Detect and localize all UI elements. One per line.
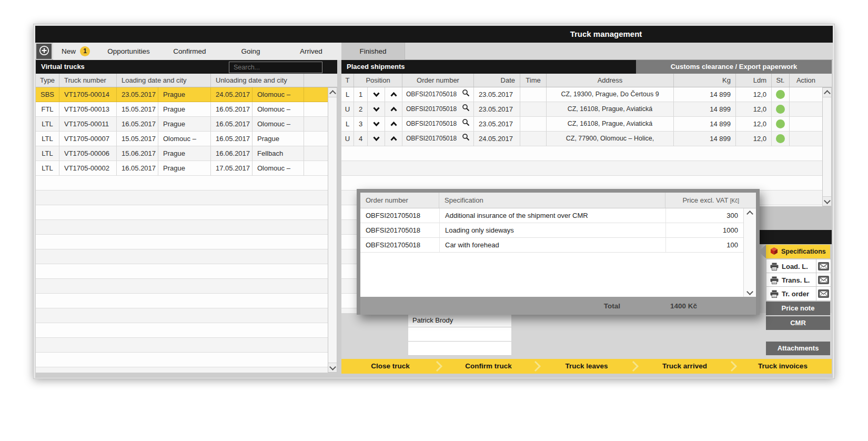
popup-col-price: Price excl. VAT [Kč] [665,193,743,208]
truck-row[interactable]: SBS VT1705-00014 23.05.2017 Prague 24.05… [36,87,328,102]
magnifier-icon[interactable] [462,87,470,102]
truck-unload-date: 24.05.2017 [211,87,253,102]
tab-opportunities[interactable]: Opportunities [98,43,159,60]
magnifier-icon[interactable] [462,117,470,131]
specification-row[interactable]: OBFSI201705018 Loading only sideways 100… [360,223,743,238]
tab-confirmed[interactable]: Confirmed [159,43,221,60]
scroll-up-button[interactable] [328,88,337,97]
loading-list-button[interactable]: Load. L. [766,259,831,274]
driver-input[interactable] [408,313,511,327]
truck-row-spacer [304,117,328,132]
truck-number: VT1705-00014 [59,87,117,102]
truck-row[interactable]: LTL VT1705-00002 16.05.2017 Prague 17.05… [36,161,328,176]
move-down-button[interactable] [368,102,385,117]
scroll-up-button[interactable] [744,208,756,217]
tab-label: New [62,47,76,55]
chevron-up-icon [746,211,753,217]
col-spacer [304,74,337,87]
move-up-button[interactable] [385,117,402,132]
tab-arrived[interactable]: Arrived [281,43,342,60]
truck-number: VT1705-00013 [59,102,117,117]
send-email-button[interactable] [816,273,831,287]
shipments-scrollbar[interactable] [822,87,832,206]
truck-load-city: Prague [158,117,211,132]
placed-shipments-title: Placed shipments [341,63,405,71]
scroll-up-button[interactable] [823,88,831,97]
truck-leaves-button[interactable]: Truck leaves [538,359,635,374]
truck-unload-date: 16.06.2017 [211,146,253,161]
specifications-popup: Order number Specification Price excl. V… [357,189,760,315]
total-value: 1400 Kč [670,302,697,310]
send-email-button[interactable] [816,287,831,300]
col-type: Type [36,74,59,87]
move-down-button[interactable] [368,87,385,102]
truck-unload-city: Olomouc – [253,102,304,117]
popup-col-price-unit: [Kč] [730,198,739,204]
attachments-button[interactable]: Attachments [766,342,830,355]
move-down-button[interactable] [368,117,385,132]
spec-text: Loading only sideways [439,223,665,238]
scroll-down-button[interactable] [744,288,756,297]
shipment-row[interactable]: L 3 OBFSI201705018 23.05.2017 CZ, 16108,… [341,117,822,132]
customs-clearance-tab[interactable]: Customs clearance / Export paperwork [636,60,832,74]
transport-list-button[interactable]: Trans. L. [766,273,831,287]
shipment-row[interactable]: L 1 OBFSI201705018 23.05.2017 CZ, 19300,… [341,87,822,102]
tab-going[interactable]: Going [220,43,281,60]
cmr-button[interactable]: CMR [766,316,830,330]
specification-row[interactable]: OBFSI201705018 Additional insurance of t… [360,208,743,223]
magnifier-icon[interactable] [462,132,470,146]
shipment-time [520,102,547,117]
move-up-button[interactable] [385,132,402,146]
add-tab-button[interactable] [36,44,52,59]
shipment-kg: 14 899 [674,132,736,146]
price-note-button[interactable]: Price note [766,302,830,315]
truck-invoices-button[interactable]: Truck invoices [734,359,832,374]
phone-input[interactable] [408,327,511,342]
popup-col-specification: Specification [439,193,665,208]
transport-order-button[interactable]: Tr. order [766,286,831,301]
popup-scrollbar[interactable] [743,208,756,297]
truck-type: LTL [36,146,59,161]
chevron-down-icon [329,364,336,370]
move-up-button[interactable] [385,102,402,117]
specification-row[interactable]: OBFSI201705018 Car with forehead 100 [360,238,743,253]
truck-row[interactable]: LTL VT1705-00011 16.05.2017 Prague 16.05… [36,117,328,132]
specifications-button[interactable]: Specifications [766,245,830,258]
col-order-number: Order number [402,74,474,87]
send-email-button[interactable] [816,259,831,273]
tab-new[interactable]: New 1 [53,43,99,60]
shipment-action [790,102,822,117]
truck-unload-city: Prague [253,132,304,146]
search-input[interactable] [229,62,322,73]
trucks-column-header: Type Truck number Loading date and city … [36,74,337,87]
shipment-address: CZ, 16108, Prague, Aviatická [547,117,674,132]
tab-finished[interactable]: Finished [341,43,405,60]
scroll-down-button[interactable] [328,363,337,372]
col-st: St. [772,74,790,87]
move-down-button[interactable] [368,132,385,146]
move-up-button[interactable] [385,87,402,102]
scroll-down-button[interactable] [823,196,831,206]
status-dot [776,90,785,99]
truck-number: VT1705-00011 [59,117,117,132]
print-note-input[interactable] [408,342,511,356]
chevron-down-icon [824,197,831,204]
confirm-truck-button[interactable]: Confirm truck [439,359,538,374]
truck-unload-date: 16.05.2017 [211,132,253,146]
shipment-row[interactable]: U 4 OBFSI201705018 24.05.2017 CZ, 77900,… [341,132,822,146]
truck-row[interactable]: LTL VT1705-00006 15.06.2017 Prague 16.06… [36,146,328,161]
truck-arrived-button[interactable]: Truck arrived [635,359,734,374]
spec-text: Car with forehead [439,238,665,253]
truck-row[interactable]: FTL VT1705-00013 15.05.2017 Prague 16.05… [36,102,328,117]
col-ldm: Ldm [736,74,772,87]
shipment-row[interactable]: U 2 OBFSI201705018 23.05.2017 CZ, 16108,… [341,102,822,117]
close-truck-button[interactable]: Close truck [341,359,439,374]
truck-unload-city: Olomouc – [253,87,304,102]
shipment-order-number: OBFSI201705018 [406,87,457,102]
shipment-status [772,102,790,117]
truck-row[interactable]: LTL VT1705-00007 15.05.2017 Olomouc – 16… [36,132,328,146]
shipment-type: U [341,102,354,117]
trucks-scrollbar[interactable] [328,87,337,373]
magnifier-icon[interactable] [462,102,470,116]
total-label: Total [604,302,620,310]
